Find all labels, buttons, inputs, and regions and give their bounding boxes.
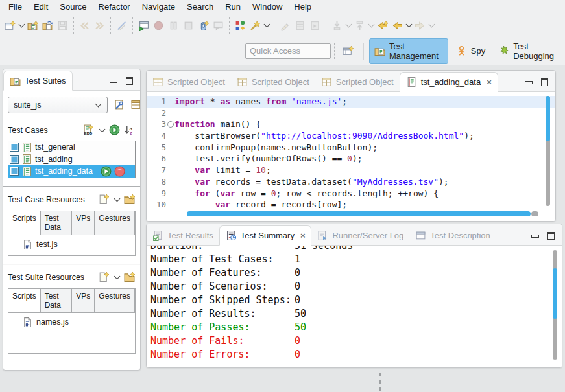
menu-source[interactable]: Source: [54, 1, 92, 13]
checkbox[interactable]: [10, 155, 19, 164]
menu-window[interactable]: Window: [246, 1, 288, 13]
suite-settings-icon[interactable]: [114, 99, 125, 111]
file-row[interactable]: test.js: [8, 238, 135, 251]
close-icon[interactable]: ×: [300, 233, 306, 239]
forward-button[interactable]: [413, 18, 427, 33]
file-row[interactable]: names.js: [8, 316, 135, 329]
redo-button[interactable]: [92, 18, 107, 33]
menu-help[interactable]: Help: [288, 1, 317, 13]
results-tab-test-description[interactable]: Test Description: [409, 226, 496, 245]
summary-vscrollbar-thumb[interactable]: [553, 268, 557, 319]
chevron-down-icon[interactable]: [114, 273, 121, 279]
dialog-button[interactable]: [211, 18, 226, 33]
checkbox[interactable]: [10, 167, 19, 176]
pause-button[interactable]: [166, 18, 181, 33]
menu-run[interactable]: Run: [219, 1, 246, 13]
resource-tab-vps[interactable]: VPs: [72, 211, 95, 235]
minimize-button[interactable]: [531, 235, 539, 238]
resource-tab-gestures[interactable]: Gestures: [95, 211, 135, 235]
test-case-row[interactable]: tst_adding_data: [8, 165, 135, 178]
chevron-down-icon[interactable]: [114, 195, 121, 202]
run-test-suite-button[interactable]: [136, 18, 151, 33]
new-test-case-button[interactable]: [3, 18, 18, 33]
undo-button[interactable]: [77, 18, 92, 33]
new-bdd-test-case-icon[interactable]: BDD: [83, 124, 95, 136]
no-edit-button[interactable]: [114, 18, 129, 33]
chevron-down-icon[interactable]: [429, 21, 435, 28]
highlight-button[interactable]: [278, 18, 293, 33]
play-circle-icon[interactable]: [101, 166, 112, 177]
resource-tab-vps[interactable]: VPs: [72, 289, 95, 312]
chevron-down-icon[interactable]: [264, 21, 270, 28]
summary-vertical-scrollbar[interactable]: [553, 250, 557, 360]
object-map-button[interactable]: [233, 18, 248, 33]
maximize-button[interactable]: [126, 77, 133, 85]
menu-file[interactable]: File: [3, 1, 28, 13]
editor-tab-scripted-object[interactable]: Scripted Object: [315, 73, 400, 91]
back-button[interactable]: [390, 18, 405, 33]
new-folder-icon[interactable]: [124, 271, 136, 283]
chevron-down-icon[interactable]: [406, 21, 413, 28]
test-case-row[interactable]: tst_general: [8, 141, 135, 154]
stop-button[interactable]: [181, 18, 196, 33]
open-perspective-button[interactable]: [341, 43, 355, 58]
minimize-button[interactable]: [110, 80, 117, 83]
quick-access-input[interactable]: [245, 43, 331, 59]
step-into-button[interactable]: [330, 18, 344, 33]
editor-vscrollbar-thumb[interactable]: [546, 96, 550, 141]
editor-hscrollbar-thumb[interactable]: [187, 211, 531, 216]
launch-aut-button[interactable]: [196, 18, 211, 33]
maximize-button[interactable]: [547, 232, 555, 240]
record-button[interactable]: [151, 18, 166, 33]
editor-tab-tst-adding-data[interactable]: tst_adding_data×: [400, 72, 498, 92]
chevron-down-icon[interactable]: [368, 21, 375, 28]
menu-edit[interactable]: Edit: [28, 1, 54, 13]
chevron-down-icon[interactable]: [19, 21, 25, 28]
results-tab-test-summary[interactable]: Test Summary×: [219, 225, 312, 246]
stop-circle-icon[interactable]: [114, 166, 125, 177]
results-tab-runner-server-log[interactable]: Runner/Server Log: [311, 226, 409, 245]
close-icon[interactable]: ×: [487, 79, 492, 86]
resource-tab-scripts[interactable]: Scripts: [8, 289, 41, 312]
menu-search[interactable]: Search: [181, 1, 219, 13]
fold-collapse-icon[interactable]: −: [167, 121, 174, 128]
pick-button[interactable]: [307, 18, 322, 33]
chevron-down-icon[interactable]: [99, 126, 106, 133]
resource-tab-scripts[interactable]: Scripts: [8, 211, 41, 235]
new-file-icon[interactable]: [98, 194, 110, 205]
editor-tab-scripted-object[interactable]: Scripted Object: [147, 73, 231, 91]
test-case-row[interactable]: tst_adding: [8, 154, 135, 166]
chevron-down-icon[interactable]: [346, 21, 352, 28]
new-file-icon[interactable]: [98, 271, 110, 283]
new-folder-icon[interactable]: [124, 194, 136, 205]
tab-test-suites[interactable]: Test Suites: [3, 71, 73, 91]
perspective-test-debugging[interactable]: Test Debugging: [493, 38, 565, 64]
checkbox[interactable]: [10, 143, 19, 152]
editor-horizontal-scrollbar[interactable]: [187, 211, 538, 216]
open-test-suite-button[interactable]: [40, 18, 55, 33]
editor-tab-scripted-object[interactable]: Scripted Object: [231, 73, 315, 91]
results-tab-test-results[interactable]: Test Results: [147, 226, 219, 245]
suite-selector[interactable]: suite_js: [8, 97, 108, 113]
minimize-button[interactable]: [525, 81, 533, 84]
inspect-button[interactable]: [248, 18, 263, 33]
run-all-icon[interactable]: [109, 124, 121, 136]
step-return-button[interactable]: [352, 18, 367, 33]
sort-az-icon[interactable]: az: [124, 124, 136, 136]
resource-tab-test-data[interactable]: Test Data: [41, 289, 73, 312]
menu-navigate[interactable]: Navigate: [136, 1, 181, 13]
grid-button[interactable]: [293, 18, 307, 33]
resource-tab-gestures[interactable]: Gestures: [95, 289, 135, 312]
suite-columns-icon[interactable]: [130, 99, 141, 111]
back-history-button[interactable]: [375, 18, 390, 33]
editor-vertical-scrollbar[interactable]: [546, 96, 550, 206]
menu-refactor[interactable]: Refactor: [93, 1, 136, 13]
code-editor[interactable]: 1import * as names from 'names.js';23−fu…: [147, 92, 555, 221]
perspective-spy[interactable]: Spy: [451, 42, 490, 60]
new-test-suite-button[interactable]: [25, 18, 40, 33]
maximize-button[interactable]: [541, 78, 548, 86]
perspective-test-management[interactable]: Test Management: [369, 38, 448, 64]
resource-tab-test-data[interactable]: Test Data: [41, 211, 73, 235]
save-button[interactable]: [55, 18, 70, 33]
bottom-splitter[interactable]: [379, 373, 381, 391]
